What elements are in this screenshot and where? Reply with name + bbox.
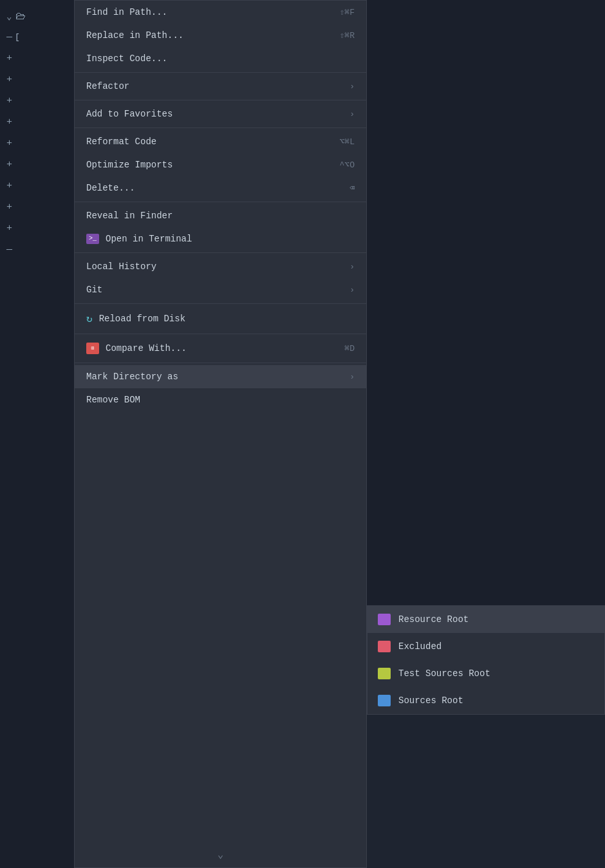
replace-in-path-label: Replace in Path... [86,30,183,41]
menu-item-local-history[interactable]: Local History › [75,255,366,278]
sidebar-row-9: + [0,196,74,218]
menu-item-replace-in-path[interactable]: Replace in Path... ⇧⌘R [75,24,366,47]
sidebar-top-row: ⌄ 🗁 [0,6,74,26]
folder-purple-icon [378,614,391,625]
separator-1 [75,72,366,73]
menu-item-mark-directory-as[interactable]: Mark Directory as › [75,365,366,388]
sidebar-row-10: + [0,218,74,239]
context-menu: Find in Path... ⇧⌘F Replace in Path... ⇧… [74,0,367,868]
chevron-down-icon: ⌄ [218,848,224,861]
submenu-item-test-sources-root[interactable]: Test Sources Root [368,660,604,687]
excluded-label: Excluded [398,641,442,652]
inspect-code-label: Inspect Code... [86,53,167,64]
sidebar-row-6: + [0,133,74,154]
plus-icon: + [6,180,12,191]
plus-icon: + [6,159,12,170]
plus-icon: + [6,53,12,64]
separator-5 [75,252,366,253]
remove-bom-label: Remove BOM [86,395,140,405]
menu-bottom: ⌄ [75,411,366,867]
right-panel [367,0,605,605]
minus-icon: — [6,32,12,42]
chevron-right-icon: › [349,262,355,272]
sidebar-row-7: + [0,154,74,175]
plus-icon: + [6,74,12,85]
resource-root-label: Resource Root [398,614,469,625]
find-in-path-shortcut: ⇧⌘F [340,7,355,17]
separator-6 [75,303,366,304]
reload-icon: ↻ [86,312,93,325]
menu-item-reload-from-disk[interactable]: ↻ Reload from Disk [75,306,366,332]
menu-item-optimize-imports[interactable]: Optimize Imports ^⌥O [75,153,366,176]
sidebar-row-1: — [ [0,26,74,48]
mark-directory-as-submenu: Resource Root Excluded Test Sources Root… [367,605,605,715]
bracket-icon: [ [15,32,20,42]
sources-root-label: Sources Root [398,695,463,706]
chevron-down-icon[interactable]: ⌄ [6,11,12,22]
sidebar-row-8: + [0,175,74,196]
git-label: Git [86,285,102,295]
plus-icon: + [6,138,12,149]
plus-icon: + [6,202,12,212]
chevron-right-icon: › [349,372,355,382]
reveal-in-finder-label: Reveal in Finder [86,211,172,221]
menu-item-reformat-code[interactable]: Reformat Code ⌥⌘L [75,130,366,153]
compare-with-label: Compare With... [106,343,187,354]
terminal-icon: >_ [86,234,99,244]
folder-icon: 🗁 [15,10,26,23]
folder-blue-icon [378,695,391,706]
submenu-item-excluded[interactable]: Excluded [368,633,604,660]
chevron-right-icon: › [349,82,355,91]
menu-item-inspect-code[interactable]: Inspect Code... [75,47,366,70]
refactor-label: Refactor [86,81,129,91]
add-to-favorites-label: Add to Favorites [86,109,172,119]
plus-icon: + [6,117,12,127]
open-in-terminal-label: Open in Terminal [106,234,192,244]
menu-item-git[interactable]: Git › [75,278,366,301]
menu-item-find-in-path[interactable]: Find in Path... ⇧⌘F [75,1,366,24]
optimize-imports-label: Optimize Imports [86,160,172,170]
sidebar-row-11: — [0,239,74,260]
separator-7 [75,334,366,334]
menu-item-delete[interactable]: Delete... ⌫ [75,176,366,200]
compare-with-shortcut: ⌘D [344,343,355,354]
sidebar-row-2: + [0,48,74,69]
folder-yellow-icon [378,668,391,679]
reformat-code-shortcut: ⌥⌘L [340,137,355,147]
separator-4 [75,202,366,202]
local-history-label: Local History [86,261,156,272]
sidebar-row-4: + [0,90,74,111]
menu-item-open-in-terminal[interactable]: >_ Open in Terminal [75,227,366,250]
folder-red-icon [378,641,391,652]
reload-from-disk-label: Reload from Disk [99,314,185,324]
separator-3 [75,127,366,128]
separator-2 [75,100,366,100]
submenu-item-resource-root[interactable]: Resource Root [368,606,604,633]
sidebar-row-3: + [0,69,74,90]
reformat-code-label: Reformat Code [86,137,156,147]
menu-item-remove-bom[interactable]: Remove BOM [75,388,366,411]
replace-in-path-shortcut: ⇧⌘R [340,30,355,41]
minus-icon: — [6,244,12,255]
chevron-right-icon: › [349,109,355,119]
optimize-imports-shortcut: ^⌥O [340,160,355,170]
compare-icon: ⊞ [86,343,99,354]
mark-directory-as-label: Mark Directory as [86,372,178,382]
menu-item-reveal-in-finder[interactable]: Reveal in Finder [75,204,366,227]
delete-label: Delete... [86,183,135,193]
delete-shortcut: ⌫ [349,183,355,193]
chevron-right-icon: › [349,285,355,295]
plus-icon: + [6,95,12,106]
menu-item-refactor[interactable]: Refactor › [75,75,366,98]
find-in-path-label: Find in Path... [86,7,167,17]
menu-item-add-to-favorites[interactable]: Add to Favorites › [75,102,366,126]
sidebar: ⌄ 🗁 — [ + + + + + + + + + — [0,0,74,868]
test-sources-root-label: Test Sources Root [398,668,490,679]
menu-item-compare-with[interactable]: ⊞ Compare With... ⌘D [75,336,366,361]
plus-icon: + [6,223,12,234]
sidebar-row-5: + [0,111,74,133]
separator-8 [75,363,366,363]
submenu-item-sources-root[interactable]: Sources Root [368,687,604,714]
